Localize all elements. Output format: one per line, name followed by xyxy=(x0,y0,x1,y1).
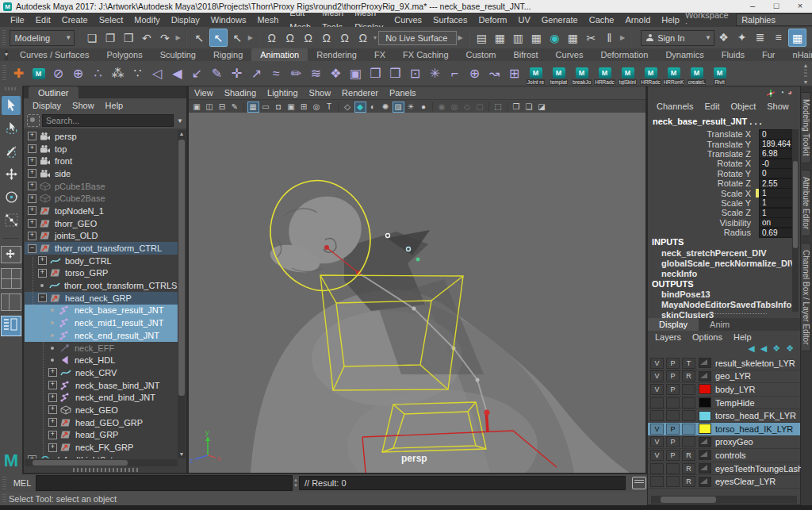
outliner-item-head-grp[interactable]: +head_GRP xyxy=(25,429,178,442)
layer-visibility-toggle[interactable]: V xyxy=(650,450,664,461)
layer-display-type-toggle[interactable] xyxy=(682,397,695,408)
film-gate-icon[interactable]: ▭ xyxy=(260,102,272,113)
shaded-icon[interactable]: ◆ xyxy=(354,102,366,113)
layer-visibility-toggle[interactable]: V xyxy=(650,370,664,382)
outliner-item-thorr-root-transform-ctrl[interactable]: −thorr_root_transform_CTRL xyxy=(25,242,178,255)
layer-color-swatch[interactable] xyxy=(699,371,711,382)
menu-mesh[interactable]: Mesh xyxy=(251,13,284,27)
statusline-grip[interactable] xyxy=(2,30,6,45)
modeling-toolkit-toggle-icon[interactable]: ❖ xyxy=(715,29,732,45)
outliner-item-defaultlightset[interactable]: +defaultLightSet xyxy=(25,454,178,458)
open-scene-icon[interactable]: ❐ xyxy=(102,29,118,46)
menu-help[interactable]: Help xyxy=(656,13,685,27)
shelf-icon-7[interactable]: ∵ xyxy=(128,63,147,84)
channel-label[interactable]: Rotate Z xyxy=(648,178,756,188)
outliner-item-top[interactable]: +top xyxy=(25,143,178,155)
shelf-button-rivit[interactable]: MRivit xyxy=(708,63,731,85)
expand-icon[interactable]: + xyxy=(48,418,57,427)
layer-row-proxygeo[interactable]: VPproxyGeo xyxy=(648,436,800,450)
outliner-item-body-ctrl[interactable]: +body_CTRL xyxy=(25,255,178,267)
speed-ramp-icon[interactable]: ◔ xyxy=(779,88,784,98)
move-tool[interactable] xyxy=(2,165,21,184)
shadows-icon[interactable]: ☀ xyxy=(405,102,417,113)
expand-icon[interactable]: + xyxy=(28,169,36,178)
dim-icon-3[interactable]: ◇ xyxy=(462,102,473,113)
chevron-down-icon[interactable]: ▼ xyxy=(177,117,183,125)
select-camera-icon[interactable]: ▣ xyxy=(191,102,203,113)
expand-icon[interactable]: + xyxy=(48,368,57,377)
ao-icon[interactable]: ● xyxy=(418,102,430,113)
channel-label[interactable]: Rotate X xyxy=(648,159,756,168)
menu-generate[interactable]: Generate xyxy=(536,13,584,27)
script-editor-icon[interactable] xyxy=(632,477,646,489)
snap-point-icon[interactable]: Ω xyxy=(300,29,316,46)
channel-value-field[interactable]: 6.98 xyxy=(759,148,795,159)
layer-row-body-lyr[interactable]: VPbody_LYR xyxy=(648,383,800,397)
node-item-neck-stretchpercent-div[interactable]: neck_stretchPercent_DIV xyxy=(661,248,767,258)
outliner-tab[interactable]: Outliner xyxy=(29,86,79,98)
layer-playback-toggle[interactable] xyxy=(666,397,680,408)
outliner-item-pcube2base[interactable]: +pCube2Base xyxy=(25,192,178,205)
layer-visibility-toggle[interactable] xyxy=(650,410,664,421)
shelf-tab-fluids[interactable]: Fluids xyxy=(713,48,753,61)
channel-value-field[interactable]: 1 xyxy=(759,208,795,218)
expand-icon[interactable]: + xyxy=(28,157,36,166)
shelf-icon-5[interactable]: ∴ xyxy=(88,63,108,84)
shelf-icon-22[interactable]: ✳ xyxy=(425,63,445,84)
scroll-thumb[interactable] xyxy=(178,140,185,396)
snap-curve-icon[interactable]: Ω xyxy=(282,29,298,46)
snap-axis-icon[interactable] xyxy=(765,88,776,98)
outliner-item-pcube1base[interactable]: +pCube1Base xyxy=(25,180,178,193)
menu-select[interactable]: Select xyxy=(94,13,129,27)
shelf-icon-24[interactable]: ⊕ xyxy=(465,63,485,84)
locator-dot-green[interactable] xyxy=(416,258,420,262)
layout-single-pane-button[interactable] xyxy=(1,246,21,263)
outliner-item-thorr-root-transform-ctrlshape[interactable]: thorr_root_transform_CTRLShape xyxy=(25,279,178,292)
layer-color-swatch[interactable] xyxy=(699,450,711,460)
layer-display-type-toggle[interactable]: R xyxy=(682,450,695,461)
outliner-item-neck-fk-grp[interactable]: +neck_FK_GRP xyxy=(25,441,178,454)
layer-row-controls[interactable]: VPRcontrols xyxy=(648,449,800,462)
channel-label[interactable]: Radius xyxy=(648,228,756,237)
shelf-tab-curves[interactable]: Curves xyxy=(547,48,592,61)
collapse-arrow-icon[interactable]: ▶ xyxy=(175,34,180,41)
command-line-grip[interactable] xyxy=(2,477,6,489)
render-frame-icon[interactable]: ▦ xyxy=(492,29,508,46)
outliner-item-neck-eff[interactable]: neck_EFF xyxy=(25,342,178,355)
search-input[interactable] xyxy=(42,114,174,127)
channel-box-scrollbar[interactable] xyxy=(792,129,799,312)
expand-icon[interactable]: + xyxy=(48,443,57,452)
pause-icon[interactable]: ‖ xyxy=(601,29,618,46)
pin-icon[interactable]: ✎ xyxy=(229,102,241,113)
menu-windows[interactable]: Windows xyxy=(205,13,252,27)
mel-input[interactable] xyxy=(36,475,293,491)
render-globe-icon[interactable]: ◉ xyxy=(546,29,563,46)
shelf-tab-curves-surfaces[interactable]: Curves / Surfaces xyxy=(11,48,98,61)
gate-mask-icon[interactable]: ▣ xyxy=(285,102,297,113)
outliner-item-neck-end-bind-jnt[interactable]: +neck_end_bind_JNT xyxy=(25,391,178,404)
channel-menu-channels[interactable]: Channels xyxy=(651,99,699,113)
collapse-icon[interactable]: − xyxy=(38,293,47,302)
menu-cache[interactable]: Cache xyxy=(584,13,620,27)
outliner-item-neck-crv[interactable]: +neck_CRV xyxy=(25,366,178,379)
layer-row-geo-lyr[interactable]: VPRgeo_LYR xyxy=(648,370,800,384)
layer-color-swatch[interactable] xyxy=(699,397,711,408)
outliner-horizontal-scrollbar[interactable] xyxy=(25,459,178,466)
channel-menu-object[interactable]: Object xyxy=(725,99,761,113)
shelf-button-hrradc[interactable]: MHRRadc xyxy=(593,63,616,85)
shelf-tab-custom[interactable]: Custom xyxy=(458,48,505,61)
channel-label[interactable]: Scale Z xyxy=(648,208,756,217)
layer-playback-toggle[interactable]: P xyxy=(666,358,680,369)
snap-surface-icon[interactable]: Ω xyxy=(354,29,371,46)
scroll-up-icon[interactable]: ▲ xyxy=(803,63,809,68)
side-tab-channel-box-layer-editor[interactable]: Channel Box / Layer Editor xyxy=(802,243,811,352)
menu-file[interactable]: File xyxy=(5,13,30,27)
shelf-button-joint-re[interactable]: MJoint re xyxy=(524,63,547,85)
layer-row-torso-head-fk-lyr[interactable]: torso_head_FK_LYR xyxy=(648,409,800,423)
outliner-item-neck-hdl[interactable]: neck_HDL xyxy=(25,354,178,366)
textured-icon[interactable]: ◐ xyxy=(367,102,379,113)
shelf-button-createl[interactable]: McreateL xyxy=(685,63,708,85)
dim-icon-1[interactable]: ◉ xyxy=(436,102,448,113)
tool-settings-toggle-icon[interactable]: ≣ xyxy=(752,29,768,45)
scroll-down-icon[interactable]: ▼ xyxy=(178,451,186,458)
